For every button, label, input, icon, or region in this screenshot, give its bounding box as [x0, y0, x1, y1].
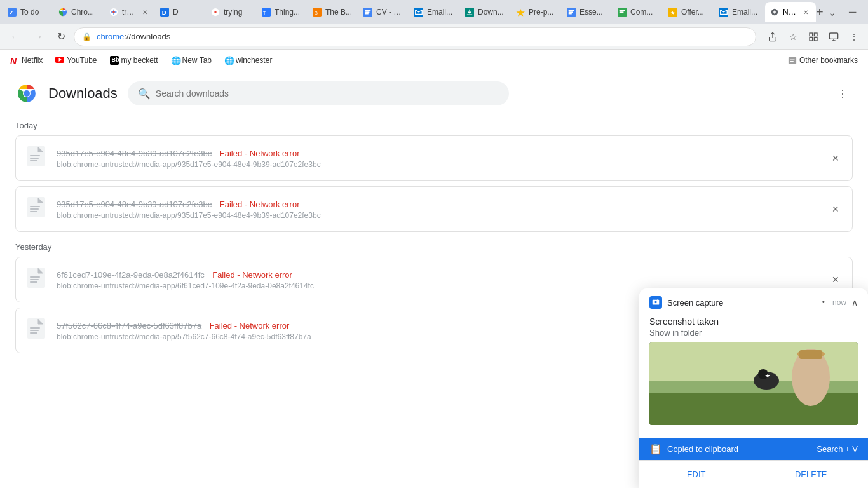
tab-favicon-todo: ✓: [8, 8, 17, 17]
svg-rect-68: [799, 350, 822, 359]
section-today: Today: [15, 116, 853, 135]
search-icon: 🔍: [138, 88, 151, 100]
tab-favicon-d: D: [160, 8, 169, 17]
page-menu-button[interactable]: ⋮: [832, 83, 853, 104]
extensions-button[interactable]: [804, 28, 822, 46]
globe-icon-2: 🌐: [224, 56, 233, 65]
tab-close-new[interactable]: ✕: [801, 7, 811, 17]
download-close-button[interactable]: ✕: [827, 200, 844, 218]
tab-offer[interactable]: ★ Offer...: [663, 2, 714, 22]
svg-rect-16: [365, 11, 370, 13]
tab-prep[interactable]: Pre-p...: [511, 2, 562, 22]
profile-button[interactable]: [825, 28, 843, 46]
download-close-button[interactable]: ✕: [827, 149, 844, 167]
tab-favicon-trying2: [211, 8, 220, 17]
tab-comp[interactable]: Com...: [613, 2, 663, 22]
download-status: Failed - Network error: [220, 200, 300, 209]
tab-chrome[interactable]: Chro...: [53, 2, 104, 22]
share-button[interactable]: [764, 28, 782, 46]
svg-rect-64: [649, 393, 858, 425]
download-name-row: 935d17e5-e904-48e4-9b39-ad107e2fe3bc Fai…: [57, 198, 819, 210]
tab-title-new: New: [783, 8, 797, 17]
notification-popup: Screen capture • now ∧ Screenshot taken …: [639, 288, 868, 488]
search-box[interactable]: 🔍: [128, 81, 509, 105]
chrome-menu-button[interactable]: ⋮: [845, 28, 863, 46]
tab-trying1[interactable]: trying ✕: [104, 2, 155, 22]
tab-favicon-trying1: [109, 8, 118, 17]
restore-button[interactable]: ▭: [864, 3, 868, 21]
back-button[interactable]: ←: [5, 27, 25, 47]
bookmark-newtab[interactable]: 🌐 New Tab: [166, 55, 217, 66]
bookmark-beckett[interactable]: Bb my beckett: [105, 55, 163, 66]
tab-close-trying1[interactable]: ✕: [140, 7, 150, 17]
tab-trying2[interactable]: trying: [206, 2, 257, 22]
netflix-icon: N: [10, 56, 19, 65]
tab-esse[interactable]: Esse...: [562, 2, 613, 22]
download-status: Failed - Network error: [210, 321, 290, 330]
svg-rect-27: [620, 11, 624, 13]
tab-title-trying1: trying: [122, 8, 136, 17]
other-bookmarks-button[interactable]: Other bookmarks: [783, 55, 863, 66]
tab-title-offer: Offer...: [681, 8, 709, 17]
bookmark-star-button[interactable]: ☆: [784, 28, 802, 46]
bookmark-winchester-label: winchester: [236, 56, 272, 65]
address-path: ://downloads: [124, 32, 170, 41]
tab-things[interactable]: T Thing...: [257, 2, 308, 22]
notification-thumbnail: [649, 342, 858, 425]
bookmark-netflix[interactable]: N Netflix: [5, 55, 48, 66]
download-name-row: 6f61ced7-109e-4f2a-9eda-0e8a2f4614fc Fai…: [57, 269, 819, 280]
tab-theb[interactable]: B The B...: [308, 2, 358, 22]
download-filename: 935d17e5-e904-48e4-9b39-ad107e2fe3bc: [57, 149, 212, 158]
minimize-button[interactable]: ─: [844, 3, 862, 21]
svg-rect-55: [30, 281, 37, 283]
notification-actions-bar: 📋 Copied to clipboard Search + V: [639, 438, 868, 460]
svg-rect-33: [810, 33, 813, 36]
file-icon: [27, 146, 45, 171]
svg-rect-34: [814, 33, 817, 36]
download-info: 6f61ced7-109e-4f2a-9eda-0e8a2f4614fc Fai…: [57, 269, 819, 290]
tab-bar: ✓ To do Chro... trying ✕ D D trying T T: [0, 0, 868, 24]
bookmark-youtube[interactable]: YouTube: [50, 55, 102, 66]
svg-rect-53: [30, 276, 40, 278]
svg-rect-47: [30, 160, 37, 161]
chrome-logo: [15, 82, 38, 105]
notification-expand-button[interactable]: ∧: [851, 297, 858, 308]
new-tab-button[interactable]: +: [816, 3, 824, 21]
tab-favicon-esse: [567, 8, 576, 17]
svg-point-5: [112, 11, 115, 13]
svg-text:★: ★: [670, 10, 675, 16]
tab-title-prep: Pre-p...: [529, 8, 557, 17]
tab-down[interactable]: Down...: [460, 2, 511, 22]
tab-list-button[interactable]: ⌄: [824, 3, 841, 21]
address-input-wrap[interactable]: 🔒 chrome://downloads: [74, 27, 756, 46]
lock-icon: 🔒: [82, 32, 92, 41]
notification-delete-button[interactable]: DELETE: [754, 463, 869, 485]
tab-todo[interactable]: ✓ To do: [3, 2, 53, 22]
search-input[interactable]: [156, 88, 499, 98]
svg-text:✓: ✓: [9, 10, 14, 16]
download-url: blob:chrome-untrusted://media-app/935d17…: [57, 211, 819, 220]
bookmarks-right: Other bookmarks: [783, 55, 863, 66]
svg-rect-36: [810, 37, 813, 41]
tab-email1[interactable]: Email...: [409, 2, 460, 22]
svg-rect-24: [569, 13, 572, 15]
tab-d[interactable]: D D: [155, 2, 206, 22]
page-title: Downloads: [48, 85, 118, 102]
svg-rect-45: [30, 155, 40, 156]
download-close-button[interactable]: ✕: [827, 271, 844, 288]
tab-cvc[interactable]: CV - C...: [358, 2, 409, 22]
search-action-text[interactable]: Search + V: [817, 444, 858, 454]
notification-edit-button[interactable]: EDIT: [639, 463, 754, 485]
tab-new[interactable]: New ✕: [765, 2, 816, 22]
bookmark-winchester[interactable]: 🌐 winchester: [219, 55, 277, 66]
clipboard-icon: 📋: [649, 443, 662, 455]
file-icon: [27, 197, 45, 222]
notification-title: Screenshot taken: [649, 316, 858, 327]
file-icon: [27, 318, 45, 343]
tab-title-todo: To do: [20, 8, 48, 17]
forward-button[interactable]: →: [28, 27, 48, 47]
download-filename: 935d17e5-e904-48e4-9b39-ad107e2fe3bc: [57, 200, 212, 209]
reload-button[interactable]: ↻: [51, 27, 71, 47]
tab-email2[interactable]: Email...: [714, 2, 765, 22]
svg-rect-17: [365, 13, 369, 15]
